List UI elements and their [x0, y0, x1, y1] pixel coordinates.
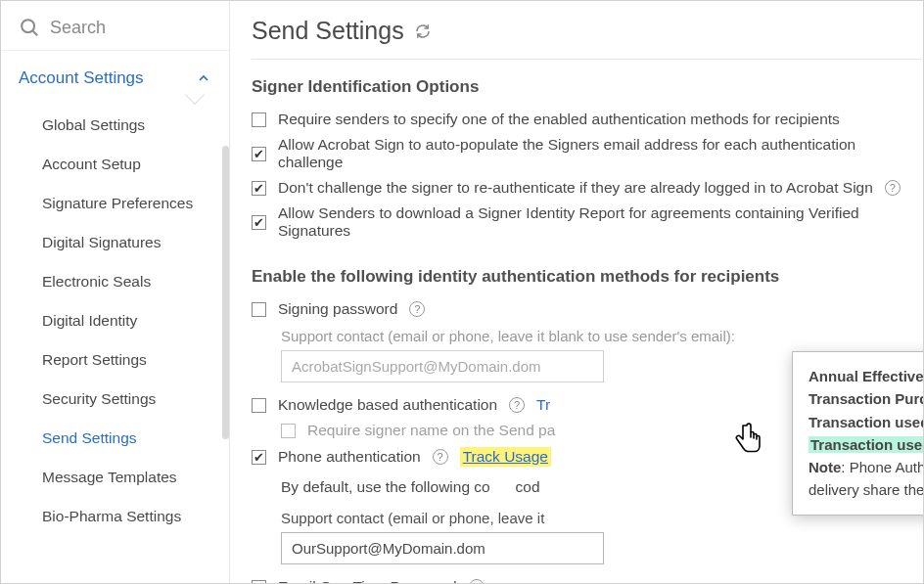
tooltip-row-sms: Transaction used via SMS delivery: 1 [808, 411, 923, 433]
opt-label: Knowledge based authentication [278, 396, 497, 414]
sidebar-section-title: Account Settings [19, 68, 144, 88]
section-title-auth-methods: Enable the following identity authentica… [252, 267, 923, 287]
opt-label: Email One Time Password [278, 578, 457, 583]
checkbox-allow-download-report[interactable] [252, 215, 266, 230]
dropdown-indicator [185, 85, 205, 105]
sidebar-item-bio-pharma-settings[interactable]: Bio-Pharma Settings [1, 497, 229, 536]
checkbox-signing-password[interactable] [252, 302, 266, 317]
support-contact-label: Support contact (email or phone, leave i… [281, 328, 923, 344]
tooltip-row-purchased: Transaction Purchased: 15000 [808, 387, 923, 410]
help-icon[interactable]: ? [433, 449, 448, 465]
section-signer-identification: Signer Identification Options Require se… [252, 60, 923, 249]
scrollbar-thumb[interactable] [222, 146, 229, 439]
sidebar-item-electronic-seals[interactable]: Electronic Seals [1, 262, 229, 301]
sidebar-item-global-settings[interactable]: Global Settings [1, 106, 229, 145]
svg-point-0 [22, 20, 34, 32]
opt-label: Require senders to specify one of the en… [278, 111, 840, 128]
search-placeholder: Search [50, 18, 106, 38]
sidebar-item-report-settings[interactable]: Report Settings [1, 340, 229, 380]
main-content: Send Settings Signer Identification Opti… [230, 1, 923, 583]
checkbox-kba-require-name[interactable] [281, 424, 296, 438]
checkbox-email-otp[interactable] [252, 580, 266, 584]
opt-email-otp: Email One Time Password ? [252, 574, 923, 583]
opt-dont-challenge: Don't challenge the signer to re-authent… [252, 175, 923, 201]
tooltip-row-effective-date: Annual Effective date: Jan 1 [808, 365, 923, 387]
opt-label: Allow Acrobat Sign to auto-populate the … [278, 136, 923, 171]
support-contact-input-signing-password[interactable] [281, 350, 604, 382]
opt-label: Don't challenge the signer to re-authent… [278, 179, 873, 197]
page-title: Send Settings [252, 17, 923, 59]
help-icon[interactable]: ? [885, 180, 901, 196]
sidebar-item-digital-signatures[interactable]: Digital Signatures [1, 223, 229, 262]
track-usage-tooltip: Annual Effective date: Jan 1 Transaction… [792, 351, 923, 516]
sidebar: Search Account Settings Global Settings … [1, 1, 230, 583]
sidebar-item-security-settings[interactable]: Security Settings [1, 380, 229, 419]
sidebar-item-account-setup[interactable]: Account Setup [1, 145, 229, 184]
refresh-icon[interactable] [414, 22, 432, 40]
opt-allow-download-report: Allow Senders to download a Signer Ident… [252, 201, 923, 244]
opt-label: Allow Senders to download a Signer Ident… [278, 204, 923, 240]
checkbox-allow-autopopulate[interactable] [252, 147, 266, 161]
opt-label: Require signer name on the Send pa [307, 422, 555, 439]
opt-label: Signing password [278, 300, 397, 318]
help-icon[interactable]: ? [409, 301, 425, 317]
desc-text: By default, use the following co [281, 478, 490, 495]
support-contact-input-phone[interactable] [281, 532, 604, 564]
sidebar-item-send-settings[interactable]: Send Settings [1, 419, 229, 458]
help-icon[interactable]: ? [469, 579, 485, 583]
desc-text-tail: cod [516, 478, 540, 495]
section-title-signer-identification: Signer Identification Options [252, 77, 923, 97]
sidebar-item-message-templates[interactable]: Message Templates [1, 458, 229, 497]
checkbox-phone-auth[interactable] [252, 450, 266, 465]
search-icon [19, 17, 40, 38]
checkbox-kba[interactable] [252, 398, 266, 413]
help-icon[interactable]: ? [509, 397, 525, 413]
track-usage-link-kba[interactable]: Tr [536, 396, 550, 414]
opt-require-senders-specify: Require senders to specify one of the en… [252, 107, 923, 132]
search-input[interactable]: Search [1, 1, 229, 51]
opt-label: Phone authentication [278, 448, 421, 466]
sidebar-section-account-settings[interactable]: Account Settings [1, 51, 229, 102]
checkbox-require-senders-specify[interactable] [252, 112, 266, 127]
opt-signing-password: Signing password ? [252, 296, 923, 322]
sidebar-item-signature-preferences[interactable]: Signature Preferences [1, 184, 229, 223]
checkbox-dont-challenge[interactable] [252, 181, 266, 196]
chevron-up-icon [196, 70, 211, 86]
track-usage-link-phone[interactable]: Track Usage [460, 447, 551, 467]
page-title-text: Send Settings [252, 17, 404, 45]
opt-allow-autopopulate: Allow Acrobat Sign to auto-populate the … [252, 132, 923, 175]
sidebar-nav: Global Settings Account Setup Signature … [1, 102, 229, 540]
tooltip-row-phone-auth: Transaction used via Phone Auth: 1 [808, 433, 923, 456]
svg-line-1 [33, 31, 38, 36]
sidebar-item-digital-identity[interactable]: Digital Identity [1, 301, 229, 340]
tooltip-row-note: Note: Phone Authentication and SMS deliv… [808, 456, 923, 502]
